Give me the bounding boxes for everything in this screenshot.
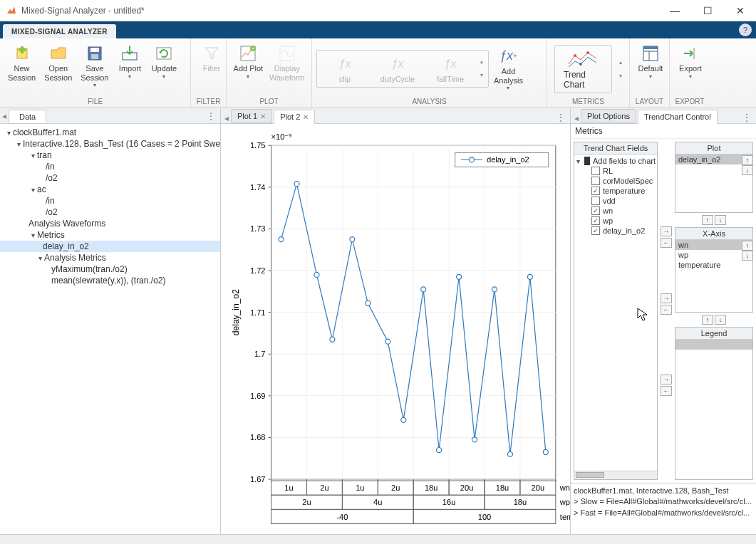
swap-up-1[interactable]: ↑ (702, 215, 713, 225)
checkbox-icon[interactable] (591, 216, 600, 225)
field-vdd[interactable]: vdd (576, 196, 656, 206)
matlab-logo-icon (6, 5, 17, 16)
move-left-1[interactable]: ← (661, 238, 672, 248)
maximize-button[interactable]: ☐ (698, 5, 718, 16)
field-delay_in_o2[interactable]: delay_in_o2 (576, 226, 656, 236)
field-corModelSpec[interactable]: corModelSpec (576, 176, 656, 186)
export-button[interactable]: Export▾ (674, 41, 707, 82)
tree-delay: delay_in_o2 (0, 241, 220, 252)
info-box: clockBuffer1.mat, Interactive.128, Bash_… (571, 483, 756, 534)
add-analysis-button[interactable]: ƒx+Add Analysis▾ (490, 44, 527, 93)
checkbox-icon[interactable] (591, 226, 600, 235)
group-label-metrics: METRICS (547, 96, 629, 108)
import-button[interactable]: Import▾ (113, 41, 146, 82)
svg-text:100: 100 (478, 513, 491, 521)
data-panel-menu[interactable]: ⋮ (206, 110, 216, 122)
stop-icon (584, 157, 590, 165)
field-wp[interactable]: wp (576, 216, 656, 226)
svg-point-69 (350, 237, 355, 242)
panel-grip-left[interactable]: ◂ (0, 111, 9, 121)
right-panel-menu[interactable]: ⋮ (742, 112, 752, 123)
close-button[interactable]: ✕ (730, 5, 750, 16)
svg-point-79 (527, 274, 532, 279)
svg-text:1.69: 1.69 (250, 392, 266, 400)
field-temperature[interactable]: temperature (576, 186, 656, 196)
help-icon[interactable]: ? (739, 23, 752, 36)
metrics-gallery-expand[interactable]: ▴▾ (616, 59, 625, 79)
new-session-button[interactable]: New Session (4, 41, 39, 84)
svg-text:delay_in_o2: delay_in_o2 (231, 289, 241, 335)
plot-up[interactable]: ↑ (742, 155, 753, 165)
swap-down-2[interactable]: ↓ (715, 315, 726, 325)
analysis-gallery-expand[interactable]: ▴▾ (477, 52, 487, 86)
plot-panel-menu[interactable]: ⋮ (556, 112, 566, 123)
plot-down[interactable]: ↓ (742, 165, 753, 175)
add-plot-button[interactable]: +Add Plot▾ (231, 41, 266, 82)
analysis-falltime-button: ƒxfallTime (424, 52, 477, 86)
default-layout-button[interactable]: Default▾ (634, 41, 667, 82)
svg-text:1.72: 1.72 (250, 266, 266, 275)
tree-root: ▾clockBuffer1.mat (0, 127, 220, 138)
move-right-3[interactable]: → (661, 375, 672, 385)
svg-text:wp: wp (559, 498, 570, 506)
group-label-layout: LAYOUT (630, 96, 669, 108)
close-icon[interactable]: ✕ (303, 113, 309, 121)
data-tree[interactable]: ▾clockBuffer1.mat ▾Interactive.128, Bash… (0, 124, 220, 534)
xaxis-up[interactable]: ↑ (742, 241, 753, 251)
svg-point-83 (469, 157, 474, 162)
svg-point-65 (279, 237, 284, 242)
tab-plot-options[interactable]: Plot Options (581, 109, 636, 123)
checkbox-icon[interactable] (591, 177, 600, 185)
plot-list[interactable]: delay_in_o2 (675, 155, 752, 212)
app-tabstrip: MIXED-SIGNAL ANALYZER ? (0, 21, 756, 38)
update-button[interactable]: Update▾ (147, 41, 180, 82)
svg-text:+: + (252, 46, 254, 51)
minimize-button[interactable]: — (665, 5, 685, 16)
legend-list[interactable] (675, 340, 752, 479)
fields-hscroll[interactable] (574, 471, 657, 479)
svg-text:2u: 2u (302, 498, 311, 506)
tree-ymax: yMaximum(tran./o2) (0, 263, 220, 275)
checkbox-icon[interactable] (591, 197, 600, 205)
right-grip[interactable]: ◂ (572, 113, 581, 123)
move-left-2[interactable]: ← (661, 305, 672, 315)
svg-text:1u: 1u (284, 483, 293, 492)
xaxis-down[interactable]: ↓ (742, 251, 753, 261)
svg-text:2u: 2u (320, 483, 328, 492)
trend-chart-fields-box: Trend Chart Fields ▾Add fields to chart … (574, 142, 658, 480)
save-session-button[interactable]: Save Session▾ (77, 41, 112, 90)
xaxis-list[interactable]: wnwptemperature (675, 240, 752, 312)
tab-plot2[interactable]: Plot 2✕ (274, 110, 315, 124)
trend-chart-plot[interactable]: 1.671.681.691.71.711.721.731.741.75×10⁻⁹… (221, 124, 570, 537)
tab-trendchart-control[interactable]: TrendChart Control (638, 110, 718, 124)
app-tab[interactable]: MIXED-SIGNAL ANALYZER (3, 24, 116, 38)
field-wn[interactable]: wn (576, 206, 656, 216)
tree-case: ▾Interactive.128, Bash_Test (16 Cases = … (0, 138, 220, 150)
close-icon[interactable]: ✕ (260, 113, 266, 120)
move-right-1[interactable]: → (661, 226, 672, 236)
svg-text:1.71: 1.71 (250, 308, 266, 317)
swap-up-2[interactable]: ↑ (702, 315, 713, 325)
tree-mean: mean(slewrate(y,x)), (tran./o2) (0, 275, 220, 286)
svg-point-80 (543, 449, 548, 454)
swap-down-1[interactable]: ↓ (715, 215, 726, 225)
data-panel: ◂ Data ⋮ ▾clockBuffer1.mat ▾Interactive.… (0, 108, 221, 534)
tab-plot1[interactable]: Plot 1✕ (231, 109, 272, 123)
field-RL[interactable]: RL (576, 166, 656, 176)
svg-point-75 (457, 274, 462, 279)
open-session-button[interactable]: Open Session (41, 41, 76, 84)
checkbox-icon[interactable] (591, 187, 600, 195)
filter-button: Filter (195, 41, 228, 75)
metrics-header: Metrics (571, 124, 756, 139)
fields-list[interactable]: ▾Add fields to chart RLcorModelSpectempe… (574, 155, 657, 471)
svg-point-77 (492, 287, 497, 292)
plot-grip-left[interactable]: ◂ (222, 113, 231, 123)
move-right-2[interactable]: → (661, 293, 672, 303)
move-left-3[interactable]: ← (661, 386, 672, 396)
checkbox-icon[interactable] (591, 167, 600, 175)
svg-text:20u: 20u (460, 483, 473, 492)
svg-text:temperature: temperature (560, 513, 570, 521)
trend-chart-button[interactable]: Trend Chart (554, 45, 612, 93)
data-tab[interactable]: Data (9, 110, 46, 123)
checkbox-icon[interactable] (591, 206, 600, 215)
